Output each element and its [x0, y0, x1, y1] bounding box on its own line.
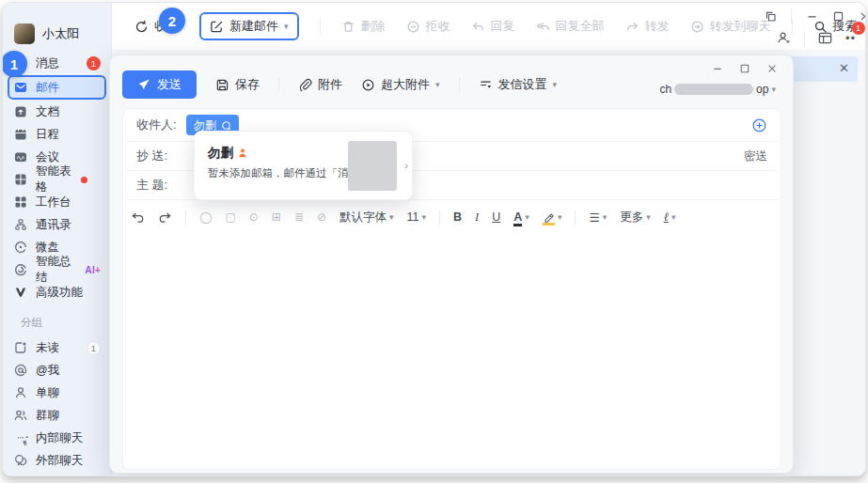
- user-profile[interactable]: 小太阳: [3, 3, 111, 44]
- avatar: [14, 23, 35, 44]
- undo-icon[interactable]: [131, 210, 145, 225]
- layout-panel-icon[interactable]: [817, 30, 833, 46]
- image-icon[interactable]: ▢: [225, 210, 235, 224]
- font-color-button[interactable]: A▾: [513, 210, 529, 224]
- sidebar-item-internal-chat[interactable]: 内部聊天: [8, 427, 106, 449]
- compose-action-bar: 发送 保存 附件 超大附件 ▾ 发信设置 ▾: [122, 70, 557, 99]
- message-body[interactable]: [123, 234, 781, 460]
- chat-bubble-icon: [13, 430, 28, 445]
- save-icon: [215, 78, 229, 92]
- save-button[interactable]: 保存: [215, 76, 260, 93]
- trash-icon: [341, 20, 355, 34]
- sidebar-item-external-chat[interactable]: 外部聊天: [8, 449, 106, 472]
- sidebar-item-ai-summary[interactable]: 智能总结 AI+: [8, 258, 106, 281]
- highlighter-icon: [543, 212, 555, 223]
- table-insert-icon[interactable]: ⊞: [272, 210, 281, 224]
- compose-close-icon[interactable]: [766, 63, 778, 74]
- contact-tooltip: 勿删 暂未添加邮箱，邮件通过「消息」接收 ›: [194, 131, 413, 200]
- notification-badge: 1: [852, 22, 865, 35]
- sidebar-item-my-company[interactable]: 我的企业 8: [8, 472, 106, 476]
- add-recipient-icon[interactable]: [751, 117, 767, 133]
- minimize-icon[interactable]: [806, 10, 818, 23]
- chevron-down-icon: ▾: [646, 212, 651, 222]
- action-divider: [278, 77, 279, 92]
- ai-plus-tag: AI+: [85, 264, 101, 275]
- large-attachment-button[interactable]: 超大附件 ▾: [361, 76, 440, 93]
- sidebar-item-docs[interactable]: 文档: [8, 101, 106, 123]
- meeting-icon: [13, 149, 28, 164]
- compose-maximize-icon[interactable]: [739, 63, 750, 74]
- forward-button[interactable]: 转发: [625, 18, 670, 35]
- sidebar-item-smart-table[interactable]: 智能表格: [8, 168, 106, 191]
- maximize-icon[interactable]: [832, 10, 844, 23]
- delete-button[interactable]: 删除: [341, 18, 386, 35]
- toolbar-divider: [320, 19, 321, 34]
- sidebar-item-single-chat[interactable]: 单聊: [8, 382, 106, 404]
- sender-account-select[interactable]: ch op ▾: [659, 83, 776, 96]
- refresh-icon: [134, 20, 149, 34]
- sidebar-item-contacts[interactable]: 通讯录: [8, 213, 106, 236]
- chevron-down-icon: ▾: [422, 212, 427, 222]
- more-format-button[interactable]: 更多▾: [620, 210, 651, 226]
- more-menu-icon[interactable]: ••1: [845, 31, 856, 45]
- block-icon: [406, 20, 420, 34]
- redo-icon[interactable]: [158, 210, 172, 225]
- compose-window: ch op ▾ 发送 保存 附件 超大附件 ▾: [109, 55, 794, 474]
- chevron-down-icon: ▾: [553, 80, 558, 89]
- utility-icons: ••1: [776, 30, 856, 46]
- clock-icon[interactable]: ⊘: [317, 210, 326, 224]
- sidebar-item-group-chat[interactable]: 群聊: [8, 404, 106, 427]
- popout-icon[interactable]: [765, 10, 777, 23]
- person-icon: [13, 385, 28, 400]
- banner-close-icon[interactable]: ✕: [839, 61, 849, 75]
- align-button[interactable]: ☰▾: [589, 210, 607, 225]
- compose-button[interactable]: 新建邮件 ▾: [199, 12, 299, 40]
- highlight-button[interactable]: ▾: [543, 212, 562, 223]
- contact-status-icon[interactable]: [776, 30, 792, 46]
- chevron-down-icon: ▾: [558, 212, 562, 222]
- chat-bubble-icon: [221, 120, 231, 131]
- forward-to-chat-button[interactable]: 转发到聊天: [690, 18, 771, 35]
- action-divider: [459, 77, 460, 92]
- insert-icon[interactable]: ◯: [199, 210, 212, 224]
- send-button[interactable]: 发送: [122, 70, 197, 99]
- org-chart-icon: [13, 217, 28, 232]
- sidebar-menu: 消息 1 邮件 文档 日程 会议 智能表格: [8, 52, 106, 476]
- bcc-toggle[interactable]: 密送: [744, 148, 767, 164]
- reply-all-button[interactable]: 回复全部: [536, 18, 605, 35]
- utility-divider: [804, 31, 805, 46]
- reply-icon: [471, 20, 485, 34]
- signature-button[interactable]: ℓ▾: [664, 210, 676, 225]
- unread-icon: [13, 340, 28, 355]
- link-icon[interactable]: ⊙: [249, 210, 259, 224]
- sidebar-item-premium[interactable]: 高级功能: [8, 281, 106, 304]
- send-settings-button[interactable]: 发信设置 ▾: [479, 76, 558, 93]
- underline-button[interactable]: U: [492, 210, 500, 224]
- sidebar-item-unread[interactable]: 未读 1: [8, 336, 106, 359]
- app-window: 小太阳 消息 1 邮件 文档 日程 会议: [2, 2, 866, 476]
- chevron-right-icon[interactable]: ›: [404, 160, 408, 171]
- attachment-button[interactable]: 附件: [298, 76, 342, 93]
- sidebar-item-workbench[interactable]: 工作台: [8, 191, 106, 213]
- sidebar-item-mail[interactable]: 邮件: [8, 75, 106, 100]
- at-icon: [13, 363, 28, 378]
- italic-button[interactable]: I: [475, 210, 479, 225]
- reject-button[interactable]: 拒收: [406, 18, 450, 35]
- bold-button[interactable]: B: [453, 210, 462, 224]
- group-section-label: 分组: [21, 316, 106, 330]
- reply-button[interactable]: 回复: [471, 18, 515, 35]
- document-icon: [13, 104, 28, 119]
- format-divider: [185, 210, 186, 225]
- close-icon[interactable]: [859, 10, 866, 23]
- font-size-select[interactable]: 11▾: [407, 210, 427, 224]
- person-orange-icon: [237, 148, 248, 159]
- contact-name: 勿删: [208, 145, 248, 162]
- font-family-select[interactable]: 默认字体▾: [339, 210, 394, 226]
- sidebar-item-calendar[interactable]: 日程: [8, 123, 106, 146]
- drive-icon: [13, 240, 28, 255]
- large-attachment-icon: [361, 78, 375, 92]
- smart-table-dot: [81, 177, 87, 183]
- list-icon[interactable]: ≣: [294, 210, 304, 224]
- sidebar-item-at-me[interactable]: @我: [8, 359, 106, 382]
- compose-minimize-icon[interactable]: [712, 63, 723, 74]
